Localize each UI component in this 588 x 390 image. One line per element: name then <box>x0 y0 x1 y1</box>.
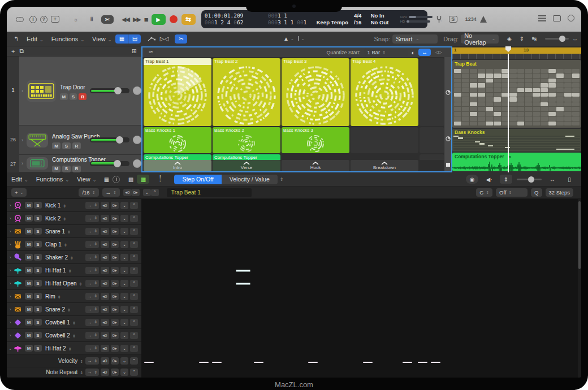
increment-button[interactable]: ⌃ <box>130 357 138 365</box>
forward-button[interactable]: ▶▶ <box>133 16 140 23</box>
rotate-right-button[interactable]: 0▸ <box>111 215 119 222</box>
solo-button[interactable]: S <box>62 166 71 172</box>
search-icon[interactable] <box>568 15 574 21</box>
solo-icon[interactable]: S <box>449 16 457 23</box>
expand-icon[interactable]: › <box>7 268 14 273</box>
decrement-button[interactable]: ⌄ <box>120 280 128 287</box>
increment-button[interactable]: ⌃ <box>151 189 159 196</box>
rotate-right-button[interactable]: 0▸ <box>111 357 119 365</box>
record-button[interactable] <box>170 15 178 23</box>
increment-button[interactable]: ⌃ <box>130 241 138 248</box>
decrement-button[interactable]: ⌄ <box>120 357 128 365</box>
library-icon[interactable] <box>14 15 26 24</box>
direction-button[interactable]: → <box>85 306 99 313</box>
row-mute-button[interactable]: M <box>25 345 33 352</box>
count-in-icon[interactable]: 1234 <box>465 16 477 22</box>
sequencer-row-kick-2[interactable]: ›MSKick 2→◂00▸⌄⌃ <box>7 212 141 225</box>
add-row-button[interactable]: +⌄ <box>11 188 27 197</box>
rotate-left-button[interactable]: ◂0 <box>101 228 109 235</box>
rotate-left-button[interactable]: ◂0 <box>101 369 109 376</box>
row-mute-button[interactable]: M <box>25 267 33 274</box>
expand-icon[interactable]: › <box>7 216 14 221</box>
rotate-right-button[interactable]: 0▸ <box>111 332 119 339</box>
rotate-right-button[interactable]: 0▸ <box>111 254 119 261</box>
list-editors-icon[interactable] <box>538 15 546 21</box>
empty-loop-slot[interactable] <box>420 127 444 153</box>
direction-button[interactable]: → <box>85 319 99 326</box>
row-mute-button[interactable]: M <box>25 254 33 261</box>
record-enable-button[interactable]: R <box>72 142 81 149</box>
sequencer-row-clap-1[interactable]: ›MSClap 1→◂00▸⌄⌃ <box>7 238 141 251</box>
zoom-slider[interactable] <box>545 38 569 40</box>
direction-button[interactable]: → <box>85 202 99 209</box>
seq-hzoom-icon[interactable]: ↔ <box>546 175 559 184</box>
grid-view-icon[interactable]: ▦ <box>115 34 128 44</box>
loop-cell-bass-knocks-1[interactable]: Bass Knocks 1 <box>144 127 211 153</box>
decrement-button[interactable]: ⌄ <box>120 345 128 352</box>
increment-button[interactable]: ⌃ <box>130 215 138 222</box>
kit-green-icon[interactable]: ▩ <box>137 175 149 184</box>
snap-select[interactable]: Smart <box>392 34 438 44</box>
sequencer-row-snare-2[interactable]: ›MSSnare 2→◂00▸⌄⌃ <box>7 303 141 316</box>
monitor-icon[interactable]: ◀· <box>483 175 495 184</box>
solo-button[interactable]: S <box>62 142 71 149</box>
vertical-scrollbar[interactable] <box>578 199 581 378</box>
playback-direction-select[interactable]: → <box>102 188 120 197</box>
decrement-button[interactable]: ⌄ <box>120 332 128 339</box>
row-zoom-icon[interactable]: ⇕ <box>500 175 512 184</box>
pointer-tool[interactable]: ▲⌄ <box>282 34 295 44</box>
increment-button[interactable]: ⌃ <box>130 228 138 235</box>
sequencer-row-hi-hat-open[interactable]: ›MSHi-Hat Open→◂00▸⌄⌃ <box>7 277 141 290</box>
lcd-display[interactable]: 01:00:01.209 0001 2 4 062 0001 1 0003 1 … <box>201 10 427 28</box>
toolbar-toggle-icon[interactable]: + <box>51 16 59 23</box>
row-solo-button[interactable]: S <box>34 345 42 352</box>
secondary-tool[interactable]: I⌄ <box>295 34 307 44</box>
mute-button[interactable]: M <box>60 93 68 100</box>
rotate-left-button[interactable]: ◂0 <box>101 280 109 287</box>
region-computations-topper[interactable]: Computations Topper ∞ <box>452 153 581 171</box>
rotate-right-button[interactable]: 0▸ <box>111 241 119 248</box>
decrement-button[interactable]: ⌄ <box>120 254 128 261</box>
automation-icon[interactable] <box>145 34 158 44</box>
step-rate-select[interactable]: /16 <box>79 188 98 197</box>
rewind-button[interactable]: ◀◀ <box>122 16 129 23</box>
direction-button[interactable]: → <box>85 332 99 339</box>
expand-icon[interactable]: › <box>7 294 14 299</box>
mode-step-on-off[interactable]: Step On/Off <box>174 175 221 184</box>
decrement-button[interactable]: ⌄ <box>120 319 128 326</box>
rotate-left-button[interactable]: ◂0 <box>101 215 109 222</box>
decrement-button[interactable]: ⌄ <box>120 267 128 274</box>
sequencer-row-hi-hat-1[interactable]: ›MSHi-Hat 1→◂00▸⌄⌃ <box>7 264 141 277</box>
row-mute-button[interactable]: M <box>25 280 33 287</box>
disclosure-icon[interactable]: › <box>21 161 23 166</box>
play-button[interactable]: ▶ <box>152 14 166 25</box>
expand-icon[interactable]: › <box>7 203 14 208</box>
scene-trigger-verse[interactable]: Verse <box>213 160 280 171</box>
mixer-icon[interactable]: ⦙⦙ <box>85 15 98 24</box>
seq-menu-view[interactable]: View <box>77 176 96 183</box>
editors-icon[interactable]: ✂ <box>101 15 114 24</box>
horizontal-zoom-icon[interactable]: ↔ <box>569 34 581 44</box>
row-mute-button[interactable]: M <box>25 306 33 313</box>
grid-autoplay-button[interactable]: ↔ <box>418 49 431 56</box>
inspector-icon[interactable]: i <box>29 16 37 23</box>
pan-knob[interactable] <box>133 159 141 168</box>
direction-button[interactable]: → <box>85 293 99 300</box>
rotate-left-button[interactable]: ◂0 <box>123 189 131 196</box>
track-header-trap-door[interactable]: › Trap Door M S R <box>19 57 141 125</box>
solo-button[interactable]: S <box>70 93 77 100</box>
loop-cell-bass-knocks-2[interactable]: Bass Knocks 2 <box>213 127 280 153</box>
loop-cell-trap-beat-2[interactable]: Trap Beat 2 <box>213 58 280 126</box>
increment-button[interactable]: ⌃ <box>130 293 138 300</box>
rotate-right-button[interactable]: 0▸ <box>131 189 139 196</box>
row-play-icon[interactable] <box>446 136 451 141</box>
region-bass-knocks[interactable]: Bass Knocks <box>452 129 581 151</box>
increment-button[interactable]: ⌃ <box>130 306 138 313</box>
decrement-button[interactable]: ⌄ <box>120 228 128 235</box>
rotate-left-button[interactable]: ◂0 <box>101 357 109 365</box>
bar-ruler[interactable]: 1 13 <box>452 47 581 54</box>
rotate-left-button[interactable]: ◂0 <box>101 241 109 248</box>
direction-button[interactable]: → <box>85 254 99 261</box>
sequencer-row-rim[interactable]: ›MSRim→◂00▸⌄⌃ <box>7 290 141 303</box>
track-header-analog-saw-punch[interactable]: › Analog Saw Punch M S R <box>19 125 141 155</box>
